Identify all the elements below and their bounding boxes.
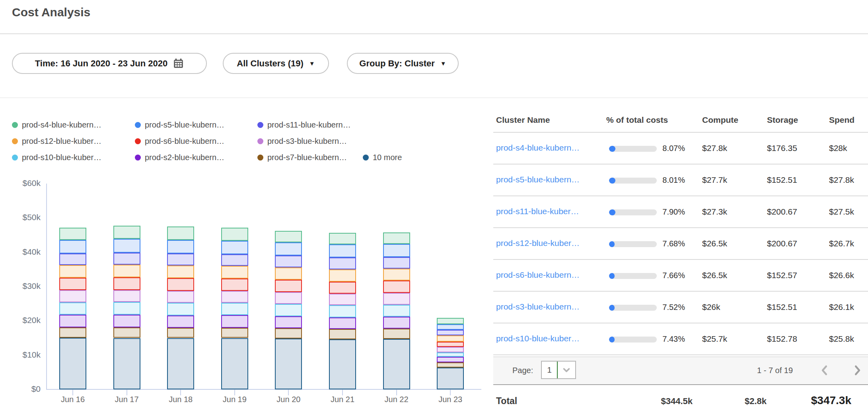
pct-progress-fill	[609, 337, 615, 343]
pct-value: 7.66%	[651, 271, 685, 280]
pct-value: 7.90%	[651, 207, 685, 217]
total-compute-value: $344.5k	[636, 396, 693, 406]
group-by-label: Group By: Cluster	[359, 58, 434, 69]
page-select[interactable]: 1	[541, 361, 576, 379]
col-header-storage: Storage	[767, 115, 798, 125]
table-row: prod-s6-blue-kubern…7.66%$26.5k$152.57$2…	[0, 260, 868, 292]
storage-value: $152.51	[767, 175, 797, 185]
page-select-value: 1	[542, 362, 557, 378]
pct-progress-fill	[609, 273, 615, 279]
page-title: Cost Analysis	[12, 6, 90, 19]
col-header-spend: Spend	[829, 115, 854, 125]
chevron-down-icon	[558, 362, 575, 378]
pct-progress-fill	[609, 209, 615, 215]
next-page-button[interactable]	[850, 364, 864, 377]
storage-value: $152.51	[767, 302, 797, 312]
legend-item-label: prod-s4-blue-kubern…	[22, 120, 101, 130]
pct-value: 7.68%	[651, 239, 685, 248]
table-row: prod-s11-blue-kuber…7.90%$27.3k$200.67$2…	[0, 196, 868, 228]
legend-item[interactable]: prod-s4-blue-kubern…	[12, 120, 101, 130]
x-axis-tick-label: Jun 22	[369, 395, 424, 404]
storage-value: $152.78	[767, 334, 797, 344]
cluster-name-link[interactable]: prod-s4-blue-kubern…	[496, 143, 580, 153]
x-axis-tick	[342, 390, 343, 395]
x-axis-tick-label: Jun 19	[207, 395, 263, 404]
col-header-compute: Compute	[702, 115, 738, 125]
chevron-down-icon: ▼	[440, 60, 446, 66]
pct-progress-bar	[609, 209, 657, 215]
compute-value: $26.5k	[702, 239, 727, 248]
pagination-range: 1 - 7 of 19	[757, 366, 793, 375]
pct-value: 8.07%	[651, 144, 685, 153]
x-axis-tick-label: Jun 16	[45, 395, 101, 404]
cluster-name-link[interactable]: prod-s12-blue-kuber…	[496, 238, 580, 248]
previous-page-button[interactable]	[818, 364, 831, 377]
cluster-name-link[interactable]: prod-s10-blue-kuber…	[496, 334, 580, 343]
legend-item-label: prod-s11-blue-kubern…	[267, 120, 351, 130]
compute-value: $27.3k	[702, 207, 727, 217]
clusters-filter-dropdown[interactable]: All Clusters (19) ▼	[223, 53, 329, 74]
row-separator	[493, 354, 868, 355]
pct-value: 7.52%	[651, 303, 685, 312]
pct-progress-fill	[609, 305, 615, 311]
x-axis-tick-label: Jun 17	[99, 395, 155, 404]
spend-value: $28k	[829, 143, 847, 153]
spend-value: $26.7k	[829, 239, 854, 248]
x-axis-tick-label: Jun 23	[422, 395, 478, 404]
bar-segment	[437, 368, 464, 389]
x-axis-tick	[450, 390, 451, 395]
compute-value: $26k	[702, 302, 720, 312]
table-row: prod-s12-blue-kuber…7.68%$26.5k$200.67$2…	[0, 228, 868, 260]
pct-progress-bar	[609, 178, 657, 184]
calendar-icon	[173, 58, 184, 69]
legend-dot-icon	[12, 122, 18, 128]
pct-progress-fill	[609, 178, 615, 184]
legend-item[interactable]: prod-s11-blue-kubern…	[257, 120, 351, 130]
x-axis-tick	[180, 390, 181, 395]
compute-value: $27.8k	[702, 143, 727, 153]
pct-progress-bar	[609, 273, 657, 279]
total-storage-value: $2.8k	[716, 396, 767, 406]
cluster-name-link[interactable]: prod-s6-blue-kubern…	[496, 270, 580, 280]
storage-value: $176.35	[767, 143, 797, 153]
legend-item-label: prod-s5-blue-kubern…	[145, 120, 224, 130]
x-axis-tick	[396, 390, 397, 395]
legend-dot-icon	[257, 122, 263, 128]
spend-value: $25.8k	[829, 334, 854, 344]
x-axis-tick	[234, 390, 235, 395]
header-divider	[0, 33, 868, 34]
x-axis-line	[46, 389, 481, 390]
cluster-name-link[interactable]: prod-s3-blue-kubern…	[496, 302, 580, 312]
x-axis-tick	[288, 390, 289, 395]
pct-value: 7.43%	[651, 335, 685, 344]
pct-progress-bar	[609, 337, 657, 343]
x-axis-tick-label: Jun 21	[315, 395, 370, 404]
pct-progress-bar	[609, 305, 657, 311]
group-by-dropdown[interactable]: Group By: Cluster ▼	[347, 53, 459, 74]
table-row: prod-s4-blue-kubern…8.07%$27.8k$176.35$2…	[0, 133, 868, 164]
table-row: prod-s10-blue-kuber…7.43%$25.7k$152.78$2…	[0, 323, 868, 355]
y-axis-tick-label: $0	[0, 384, 41, 394]
compute-value: $27.7k	[702, 175, 727, 185]
page-label: Page:	[512, 366, 533, 375]
col-header-cluster-name: Cluster Name	[496, 115, 550, 125]
table-row: prod-s5-blue-kubern…8.01%$27.7k$152.51$2…	[0, 164, 868, 196]
storage-value: $200.67	[767, 207, 797, 217]
pct-progress-fill	[609, 241, 615, 247]
total-spend-value: $347.3k	[778, 394, 851, 407]
time-range-label: Time: 16 Jun 2020 - 23 Jun 2020	[35, 58, 167, 69]
spend-value: $27.5k	[829, 207, 854, 217]
x-axis-tick	[72, 390, 73, 395]
x-axis-tick-label: Jun 18	[153, 395, 208, 404]
time-range-filter-button[interactable]: Time: 16 Jun 2020 - 23 Jun 2020	[12, 53, 207, 74]
table-row: prod-s3-blue-kubern…7.52%$26k$152.51$26.…	[0, 292, 868, 323]
cluster-name-link[interactable]: prod-s5-blue-kubern…	[496, 175, 580, 184]
legend-item[interactable]: prod-s5-blue-kubern…	[135, 120, 224, 130]
storage-value: $200.67	[767, 239, 797, 248]
compute-value: $25.7k	[702, 334, 727, 344]
total-row-label: Total	[496, 396, 517, 406]
cluster-name-link[interactable]: prod-s11-blue-kuber…	[496, 207, 579, 216]
col-header-pct-total-costs: % of total costs	[606, 115, 668, 125]
chevron-down-icon: ▼	[309, 60, 315, 66]
spend-value: $27.8k	[829, 175, 854, 185]
